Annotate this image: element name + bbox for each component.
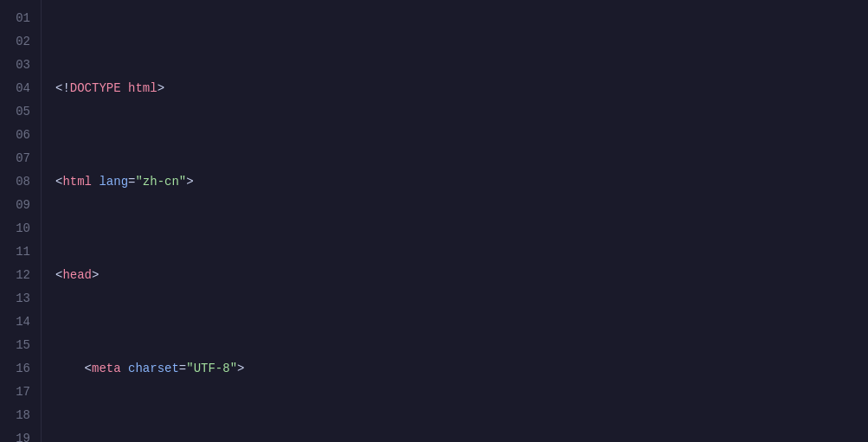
line-num-12: 12 <box>7 264 30 287</box>
line-num-7: 07 <box>7 147 30 170</box>
line-num-14: 14 <box>7 311 30 334</box>
line-num-11: 11 <box>7 240 30 264</box>
code-content: <!DOCTYPE html> <html lang="zh-cn"> <hea… <box>42 0 868 442</box>
code-line-2: <html lang="zh-cn"> <box>55 170 868 194</box>
line-num-4: 04 <box>7 77 30 100</box>
code-line-3: <head> <box>55 264 868 287</box>
line-num-9: 09 <box>7 194 30 217</box>
code-line-1: <!DOCTYPE html> <box>55 77 868 100</box>
line-num-10: 10 <box>7 217 30 240</box>
line-num-19: 19 <box>7 427 30 442</box>
line-numbers: 01 02 03 04 05 06 07 08 09 10 11 12 13 1… <box>0 0 42 442</box>
line-num-18: 18 <box>7 404 30 427</box>
line-num-15: 15 <box>7 334 30 357</box>
line-num-2: 02 <box>7 30 30 54</box>
line-num-1: 01 <box>7 7 30 30</box>
code-editor: 01 02 03 04 05 06 07 08 09 10 11 12 13 1… <box>0 0 868 442</box>
line-num-3: 03 <box>7 54 30 77</box>
line-num-16: 16 <box>7 357 30 381</box>
line-num-13: 13 <box>7 287 30 311</box>
line-num-6: 06 <box>7 124 30 147</box>
code-line-4: <meta charset="UTF-8"> <box>55 357 868 381</box>
line-num-17: 17 <box>7 381 30 404</box>
line-num-8: 08 <box>7 170 30 194</box>
line-num-5: 05 <box>7 100 30 124</box>
